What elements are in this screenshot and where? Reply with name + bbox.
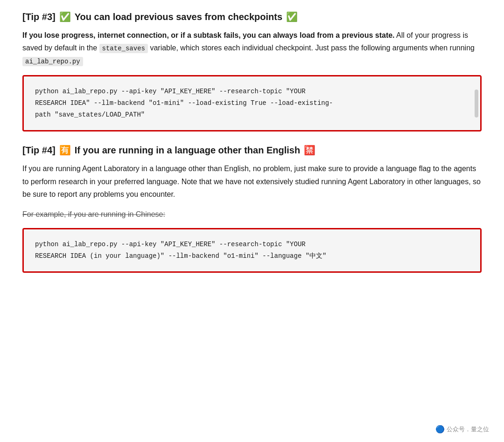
page-container: [Tip #3] ✅ You can load previous saves f…	[0, 0, 504, 323]
tip4-heading-main: If you are running in a language other t…	[75, 145, 300, 156]
tip3-code-wrapper: python ai_lab_repo.py --api-key "API_KEY…	[22, 75, 482, 132]
tip3-section: [Tip #3] ✅ You can load previous saves f…	[22, 11, 482, 131]
tip4-section: [Tip #4] 🈶 If you are running in a langu…	[22, 145, 482, 273]
tip4-flag-emoji: 🈶	[59, 145, 71, 156]
tip4-body2-strikethrough: For example, if you are running in Chine…	[22, 210, 165, 218]
tip3-body: If you lose progress, internet connectio…	[22, 29, 482, 68]
tip3-heading-main: You can load previous saves from checkpo…	[75, 12, 282, 22]
tip3-bracket: [Tip #3]	[22, 12, 56, 22]
tip3-check-left: ✅	[59, 11, 71, 22]
tip4-bracket: [Tip #4]	[22, 145, 56, 156]
tip3-running-code: ai_lab_repo.py	[22, 57, 83, 66]
tip4-code-block: python ai_lab_repo.py --api-key "API_KEY…	[24, 229, 480, 271]
tip4-heading: [Tip #4] 🈶 If you are running in a langu…	[22, 145, 482, 156]
tip3-body-bold: If you lose progress, internet connectio…	[22, 31, 395, 39]
tip4-body1: If you are running Agent Laboratory in a…	[22, 162, 482, 200]
tip4-body2: For example, if you are running in Chine…	[22, 208, 482, 221]
tip3-check-right: ✅	[286, 11, 298, 22]
tip3-inline-code: state_saves	[99, 44, 148, 53]
tip4-code-wrapper: python ai_lab_repo.py --api-key "API_KEY…	[22, 228, 482, 273]
tip3-body-rest2: variable, which stores each individual c…	[148, 44, 475, 52]
tip3-code-block: python ai_lab_repo.py --api-key "API_KEY…	[24, 76, 480, 131]
watermark-text: 公众号．量之位	[447, 425, 489, 434]
wechat-icon: 🔵	[435, 425, 445, 434]
tip3-heading: [Tip #3] ✅ You can load previous saves f…	[22, 11, 482, 22]
tip4-no-entry-emoji: 🈲	[304, 145, 315, 156]
watermark: 🔵 公众号．量之位	[435, 425, 489, 434]
tip3-scrollbar[interactable]	[475, 90, 478, 117]
